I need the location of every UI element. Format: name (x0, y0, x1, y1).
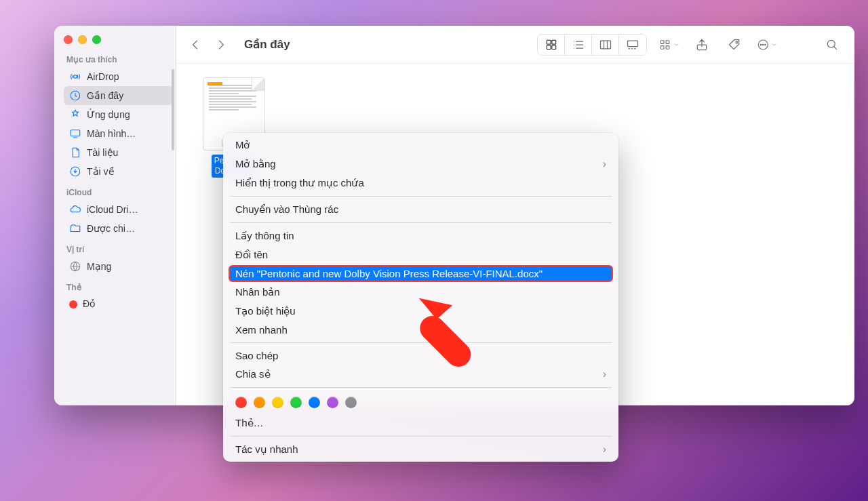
sidebar-item-label: Đỏ (83, 298, 96, 309)
downloads-icon (69, 165, 81, 178)
airdrop-icon (69, 71, 81, 83)
svg-rect-10 (628, 41, 638, 46)
svg-point-16 (736, 41, 738, 43)
ctx-duplicate[interactable]: Nhân bản (223, 283, 618, 302)
sidebar-item-network[interactable]: Mạng (64, 257, 173, 276)
sidebar-item-airdrop[interactable]: AirDrop (64, 67, 173, 86)
ctx-tag-colors (223, 391, 618, 414)
svg-rect-12 (660, 45, 664, 49)
svg-rect-9 (600, 41, 610, 49)
tag-color-red[interactable] (235, 397, 247, 408)
sidebar-item-label: Ứng dụng (87, 109, 130, 120)
tag-color-orange[interactable] (254, 397, 265, 408)
sidebar: Mục ưa thích AirDrop Gần đây Ứng dụng Mà… (54, 26, 176, 405)
tag-color-blue[interactable] (309, 397, 320, 408)
applications-icon (69, 108, 81, 121)
tags-button[interactable] (724, 35, 745, 55)
network-icon (69, 260, 81, 273)
ctx-get-info[interactable]: Lấy thông tin (223, 226, 618, 245)
svg-rect-14 (666, 45, 669, 49)
ctx-separator (230, 196, 612, 197)
shared-folder-icon (69, 222, 81, 235)
sidebar-item-label: Tài liệu (87, 147, 118, 158)
ctx-open[interactable]: Mở (223, 136, 618, 155)
sidebar-item-label: Được chi… (87, 223, 135, 234)
context-menu: Mở Mở bằng› Hiển thị trong thư mục chứa … (223, 133, 618, 462)
svg-point-18 (760, 44, 762, 45)
share-button[interactable] (692, 35, 712, 55)
ctx-make-alias[interactable]: Tạo biệt hiệu (223, 302, 618, 321)
sidebar-scrollbar[interactable] (172, 69, 174, 151)
ctx-rename[interactable]: Đổi tên (223, 245, 618, 264)
sidebar-section-icloud: iCloud (66, 188, 173, 197)
view-icon-button[interactable] (538, 35, 565, 55)
window-title: Gần đây (244, 37, 290, 52)
svg-rect-8 (551, 45, 555, 49)
tag-color-purple[interactable] (327, 397, 338, 408)
zoom-window-button[interactable] (92, 35, 101, 44)
sidebar-item-label: Gần đây (87, 90, 123, 101)
svg-rect-6 (551, 40, 555, 44)
ctx-compress[interactable]: Nén "Pentonic and new Dolby Vision Press… (223, 264, 618, 283)
ctx-separator (230, 222, 612, 223)
actions-button[interactable] (757, 35, 777, 55)
sidebar-section-tags: Thẻ (66, 283, 173, 292)
group-by-button[interactable] (659, 35, 679, 55)
sidebar-item-tag-red[interactable]: Đỏ (64, 295, 173, 313)
chevron-right-icon: › (603, 158, 606, 170)
search-button[interactable] (822, 35, 842, 55)
traffic-lights (64, 35, 173, 44)
sidebar-item-label: iCloud Dri… (87, 204, 138, 215)
svg-point-20 (765, 44, 766, 45)
sidebar-item-downloads[interactable]: Tải về (64, 162, 173, 181)
sidebar-item-applications[interactable]: Ứng dụng (64, 105, 173, 124)
sidebar-item-label: Mạng (87, 261, 111, 272)
ctx-copy[interactable]: Sao chép (223, 346, 618, 365)
sidebar-item-desktop[interactable]: Màn hình… (64, 124, 173, 143)
sidebar-item-icloud-drive[interactable]: iCloud Dri… (64, 200, 173, 219)
minimize-window-button[interactable] (78, 35, 87, 44)
svg-rect-5 (547, 40, 551, 44)
ctx-open-with[interactable]: Mở bằng› (223, 155, 618, 174)
back-button[interactable] (189, 38, 202, 52)
ctx-show-enclosing[interactable]: Hiển thị trong thư mục chứa (223, 174, 618, 193)
sidebar-item-label: AirDrop (87, 71, 119, 82)
sidebar-item-recents[interactable]: Gần đây (64, 86, 173, 105)
view-gallery-button[interactable] (619, 35, 646, 55)
ctx-quick-look[interactable]: Xem nhanh (223, 321, 618, 339)
document-icon (69, 146, 81, 159)
close-window-button[interactable] (64, 35, 73, 44)
view-switcher (537, 34, 647, 56)
sidebar-item-label: Tải về (87, 166, 115, 177)
ctx-separator (230, 387, 612, 388)
ctx-share[interactable]: Chia sẻ› (223, 365, 618, 384)
svg-rect-2 (71, 130, 80, 136)
tag-color-gray[interactable] (345, 397, 357, 408)
tag-red-icon (69, 300, 77, 308)
ctx-quick-actions[interactable]: Tác vụ nhanh› (223, 440, 618, 459)
sidebar-section-favorites: Mục ưa thích (66, 55, 173, 64)
svg-rect-7 (547, 45, 551, 49)
svg-point-0 (74, 75, 77, 79)
desktop-icon (69, 127, 81, 140)
svg-rect-11 (660, 40, 664, 43)
tag-color-yellow[interactable] (272, 397, 283, 408)
svg-rect-13 (666, 40, 669, 43)
sidebar-item-shared[interactable]: Được chi… (64, 219, 173, 238)
clock-icon (69, 89, 81, 102)
sidebar-item-documents[interactable]: Tài liệu (64, 143, 173, 162)
ctx-move-to-trash[interactable]: Chuyển vào Thùng rác (223, 200, 618, 219)
svg-point-19 (763, 44, 764, 45)
cloud-icon (69, 203, 81, 216)
toolbar: Gần đây (176, 26, 854, 64)
ctx-separator (230, 342, 612, 343)
ctx-separator (230, 436, 612, 437)
view-list-button[interactable] (565, 35, 592, 55)
forward-button[interactable] (214, 38, 228, 52)
chevron-right-icon: › (603, 368, 606, 380)
sidebar-section-locations: Vị trí (66, 245, 173, 254)
tag-color-green[interactable] (290, 397, 302, 408)
chevron-right-icon: › (603, 443, 606, 456)
view-column-button[interactable] (592, 35, 619, 55)
ctx-tags[interactable]: Thẻ… (223, 414, 618, 433)
